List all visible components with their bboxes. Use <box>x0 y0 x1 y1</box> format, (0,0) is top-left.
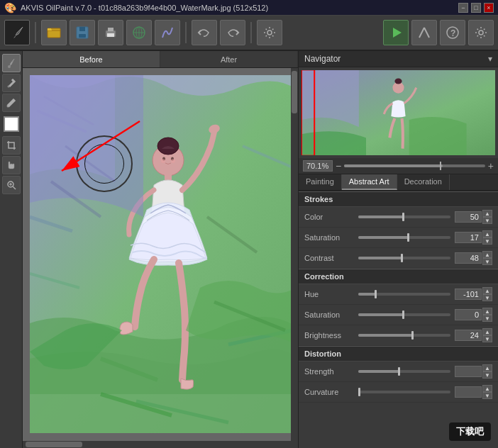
curvature-slider[interactable] <box>358 391 450 393</box>
contrast-slider[interactable] <box>358 257 450 259</box>
canvas-scrollbar-h[interactable] <box>23 441 291 448</box>
saturation1-param-label: Saturation <box>304 233 354 242</box>
saturation1-value-box: ▲ ▼ <box>455 230 492 245</box>
saturation1-slider[interactable] <box>358 236 450 239</box>
svg-text:?: ? <box>450 28 455 38</box>
svg-point-19 <box>7 86 9 88</box>
main-content: Before After <box>0 51 498 448</box>
color-spinners: ▲ ▼ <box>482 210 492 224</box>
eyedropper-tool[interactable] <box>2 74 21 92</box>
canvas-area: Before After <box>23 51 298 448</box>
svg-point-18 <box>8 65 11 68</box>
color-swatch[interactable] <box>4 116 19 132</box>
contrast-spin-up[interactable]: ▲ <box>482 251 492 258</box>
stroke-preview-button[interactable] <box>155 20 180 45</box>
strength-spinners: ▲ ▼ <box>482 364 492 379</box>
before-tab[interactable]: Before <box>23 51 160 67</box>
toolbar-sep-3 <box>250 22 252 43</box>
main-toolbar: ? <box>0 16 498 51</box>
hand-tool[interactable] <box>2 156 21 174</box>
help-button[interactable]: ? <box>440 20 465 45</box>
zoom-in-button[interactable]: + <box>488 160 494 172</box>
saturation1-value-input[interactable] <box>455 232 482 243</box>
minimize-button[interactable]: − <box>458 3 468 13</box>
brightness-value-input[interactable] <box>455 330 482 341</box>
web-button[interactable] <box>126 20 152 45</box>
saturation2-spin-down[interactable]: ▼ <box>482 315 492 322</box>
canvas-scroll-thumb[interactable] <box>292 71 297 113</box>
svg-point-38 <box>171 159 175 163</box>
after-tab[interactable]: After <box>160 51 298 67</box>
color-spin-up[interactable]: ▲ <box>482 210 492 217</box>
save-file-button[interactable] <box>70 20 95 45</box>
color-value-input[interactable] <box>455 211 482 223</box>
curvature-value-input[interactable] <box>455 386 482 398</box>
strength-spin-down[interactable]: ▼ <box>482 371 492 379</box>
hue-spin-up[interactable]: ▲ <box>482 287 492 294</box>
svg-line-21 <box>13 186 16 189</box>
settings-button[interactable] <box>257 20 282 45</box>
paint-brush-tool[interactable] <box>4 20 30 45</box>
abstract-art-tab[interactable]: Abstract Art <box>342 174 397 190</box>
canvas-scrollbar[interactable] <box>291 68 298 448</box>
strength-param-row: Strength ▲ ▼ <box>299 362 498 382</box>
pencil-tool[interactable] <box>2 94 21 112</box>
navigator-thumbnail[interactable] <box>301 70 495 155</box>
saturation1-spin-up[interactable]: ▲ <box>482 230 492 237</box>
right-panel: Navigator ▾ <box>298 51 498 448</box>
strength-spin-up[interactable]: ▲ <box>482 364 492 371</box>
painting-tab[interactable]: Painting <box>299 174 342 190</box>
navigator-title: Navigator <box>304 54 341 64</box>
saturation2-spin-up[interactable]: ▲ <box>482 308 492 315</box>
redo-button[interactable] <box>220 20 245 45</box>
strength-slider[interactable] <box>358 370 450 373</box>
saturation2-param-label: Saturation <box>304 310 354 319</box>
navigator-thumb-svg <box>301 70 495 155</box>
crop-tool[interactable] <box>2 136 21 155</box>
hue-spin-down[interactable]: ▼ <box>482 294 492 301</box>
brush-tool[interactable] <box>2 54 21 72</box>
saturation2-slider[interactable] <box>358 313 450 316</box>
color-spin-down[interactable]: ▼ <box>482 217 492 224</box>
hue-param-row: Hue ▲ ▼ <box>299 284 498 305</box>
hue-value-input[interactable] <box>455 289 482 300</box>
saturation1-spin-down[interactable]: ▼ <box>482 237 492 245</box>
saturation2-value-box: ▲ ▼ <box>455 308 492 322</box>
canvas-viewport[interactable] <box>23 68 298 448</box>
after-effect-button[interactable] <box>411 20 437 45</box>
titlebar-controls: − □ × <box>458 3 494 13</box>
close-button[interactable]: × <box>484 3 494 13</box>
zoom-tool[interactable] <box>2 176 21 194</box>
brightness-spin-down[interactable]: ▼ <box>482 335 492 342</box>
contrast-param-label: Contrast <box>304 254 354 262</box>
zoom-slider[interactable] <box>344 164 485 167</box>
curvature-spin-up[interactable]: ▲ <box>482 385 492 392</box>
strength-value-input[interactable] <box>455 366 482 377</box>
brightness-spin-up[interactable]: ▲ <box>482 328 492 335</box>
navigator-collapse-icon[interactable]: ▾ <box>488 54 492 64</box>
maximize-button[interactable]: □ <box>471 3 481 13</box>
preferences-button[interactable] <box>468 20 494 45</box>
brightness-slider[interactable] <box>358 334 450 337</box>
zoom-out-button[interactable]: − <box>336 160 341 172</box>
svg-line-14 <box>424 28 429 38</box>
play-button[interactable] <box>383 20 409 45</box>
navigator-header: Navigator ▾ <box>299 51 498 67</box>
color-slider[interactable] <box>358 215 450 218</box>
parameter-tabs: Painting Abstract Art Decoration <box>299 174 498 191</box>
contrast-value-input[interactable] <box>455 252 482 264</box>
curvature-spin-down[interactable]: ▼ <box>482 392 492 399</box>
contrast-spin-down[interactable]: ▼ <box>482 258 492 265</box>
canvas-scroll-thumb-h[interactable] <box>26 442 82 447</box>
brightness-param-label: Brightness <box>304 331 354 340</box>
hue-slider[interactable] <box>358 293 450 296</box>
hue-param-label: Hue <box>304 290 354 298</box>
undo-button[interactable] <box>192 20 217 45</box>
curvature-param-row: Curvature ▲ ▼ <box>299 382 498 403</box>
canvas-image <box>30 75 296 433</box>
distortion-section-title: Distortion <box>299 346 498 362</box>
open-file-button[interactable] <box>41 20 67 45</box>
decoration-tab[interactable]: Decoration <box>397 174 450 190</box>
saturation2-value-input[interactable] <box>455 309 482 320</box>
print-button[interactable] <box>98 20 123 45</box>
